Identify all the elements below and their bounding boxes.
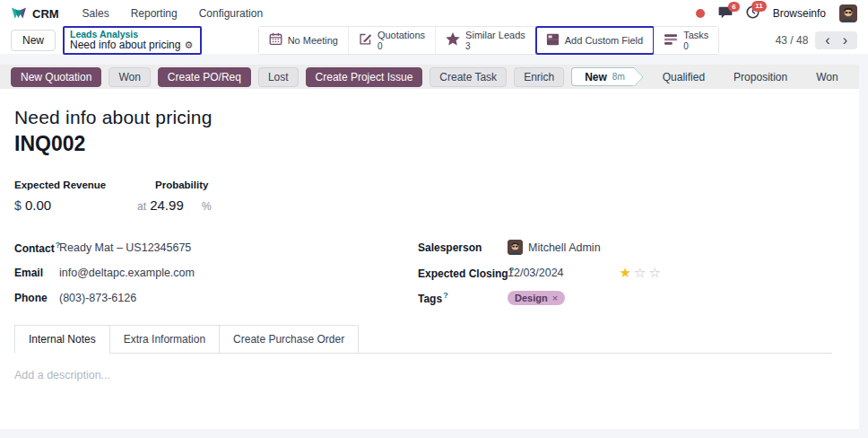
form-sheet: Need info about pricing INQ002 Expected … (0, 89, 859, 429)
create-po-req-button[interactable]: Create PO/Req (158, 67, 251, 87)
stage-proposition[interactable]: Proposition (719, 68, 802, 86)
menu-configuration[interactable]: Configuration (192, 4, 270, 23)
breadcrumb-parent-link[interactable]: Leads Analysis (70, 29, 193, 39)
contact-label: Contact? (14, 241, 59, 255)
email-label: Email (14, 267, 59, 279)
menu-reporting[interactable]: Reporting (124, 4, 185, 23)
field-grid: Contact? Ready Mat – US12345675 Email in… (14, 240, 845, 305)
star-empty-icon[interactable]: ☆ (634, 266, 646, 279)
create-task-button[interactable]: Create Task (430, 67, 507, 87)
new-quotation-button[interactable]: New Quotation (11, 67, 101, 87)
similar-leads-button[interactable]: Similar Leads 3 (436, 27, 536, 54)
stat-button-group: No Meeting Quotations 0 (258, 26, 720, 55)
new-button[interactable]: New (11, 30, 56, 51)
tags-field-row: Tags? Design × (418, 290, 845, 305)
phone-value[interactable]: (803)-873-6126 (59, 292, 136, 304)
tab-extra-information[interactable]: Extra Information (109, 325, 220, 354)
contact-value[interactable]: Ready Mat – US12345675 (59, 241, 191, 254)
description-input[interactable]: Add a description... (14, 369, 845, 381)
kpi-row: Expected Revenue $ 0.00 Probability at 2… (14, 180, 845, 213)
quotations-button[interactable]: Quotations 0 (349, 27, 436, 54)
stage-won[interactable]: Won (802, 68, 852, 86)
lead-title[interactable]: Need info about pricing (14, 107, 845, 128)
tab-internal-notes[interactable]: Internal Notes (14, 325, 110, 354)
tasks-list-icon (664, 33, 678, 48)
breadcrumb: Leads Analysis Need info about pricing ⚙ (63, 26, 202, 56)
star-filled-icon[interactable]: ★ (620, 266, 631, 279)
stage-new[interactable]: New 8m (571, 67, 634, 86)
add-custom-field-button[interactable]: Add Custom Field (536, 27, 654, 54)
app-name: CRM (32, 7, 59, 21)
help-icon: ? (443, 291, 448, 300)
activities-button[interactable]: 11 (746, 5, 760, 22)
email-value[interactable]: info@deltapc.example.com (59, 267, 195, 279)
salesperson-label: Salesperson (418, 241, 508, 254)
pager-next-button[interactable]: › (837, 32, 854, 48)
email-field-row: Email info@deltapc.example.com (14, 265, 418, 280)
activities-badge: 11 (751, 1, 766, 12)
pager: 43 / 48 ‹ › (776, 31, 857, 49)
star-empty-icon[interactable]: ☆ (648, 266, 660, 279)
probability-value[interactable]: at 24.99 % (137, 197, 212, 213)
phone-field-row: Phone (803)-873-6126 (14, 290, 418, 305)
lost-button[interactable]: Lost (258, 67, 299, 87)
breadcrumb-current: Need info about pricing ⚙ (70, 39, 193, 52)
enrich-button[interactable]: Enrich (514, 67, 564, 87)
salesperson-field-row: Salesperson Mitchel (418, 240, 845, 255)
star-icon (446, 32, 460, 48)
crm-logo-icon (11, 6, 27, 21)
control-panel: New Leads Analysis Need info about prici… (0, 27, 868, 54)
edit-icon (359, 32, 372, 48)
pager-previous-button[interactable]: ‹ (819, 32, 836, 48)
gear-icon[interactable]: ⚙ (184, 39, 193, 51)
page: CRM Sales Reporting Configuration 6 (0, 0, 868, 429)
pipeline-stages: New 8m Qualified Proposition Won (571, 67, 852, 86)
tags-label: Tags? (418, 291, 508, 305)
tag-remove-icon[interactable]: × (552, 293, 558, 303)
won-button[interactable]: Won (108, 67, 150, 87)
tab-create-purchase-order[interactable]: Create Purchase Order (219, 325, 359, 354)
create-project-issue-button[interactable]: Create Project Issue (306, 67, 423, 87)
messages-badge: 6 (728, 2, 739, 13)
pager-count: 43 / 48 (776, 34, 809, 47)
expected-closing-field-row: Expected Closing? 12/03/2024 ★ ☆ ☆ (418, 265, 845, 280)
tag-design[interactable]: Design × (508, 291, 565, 305)
notebook-tabs: Internal Notes Extra Information Create … (14, 325, 832, 354)
tasks-button[interactable]: Tasks 0 (654, 27, 718, 54)
user-avatar[interactable] (839, 4, 857, 22)
expected-closing-value[interactable]: 12/03/2024 (508, 267, 564, 279)
stage-qualified[interactable]: Qualified (648, 68, 719, 86)
no-meeting-button[interactable]: No Meeting (259, 27, 349, 54)
app-switcher[interactable]: CRM (11, 6, 59, 21)
priority-stars: ★ ☆ ☆ (620, 266, 661, 279)
board-icon (546, 33, 560, 48)
expected-revenue-label: Expected Revenue (14, 180, 137, 190)
top-nav-bar: CRM Sales Reporting Configuration 6 (0, 0, 868, 27)
status-dot (696, 9, 705, 18)
salesperson-avatar (508, 240, 523, 255)
salesperson-value[interactable]: Mitchell Admin (508, 240, 601, 255)
stage-duration-badge: 8m (612, 72, 625, 82)
menu-sales[interactable]: Sales (75, 4, 117, 23)
expected-revenue-value[interactable]: $ 0.00 (14, 197, 137, 213)
phone-label: Phone (14, 292, 59, 304)
user-name[interactable]: Browseinfo (773, 7, 826, 20)
expected-closing-label: Expected Closing? (418, 266, 508, 280)
probability-label: Probability (155, 180, 212, 190)
contact-field-row: Contact? Ready Mat – US12345675 (14, 240, 418, 255)
lead-reference[interactable]: INQ002 (14, 132, 845, 156)
calendar-icon (269, 32, 282, 48)
status-bar: New Quotation Won Create PO/Req Lost Cre… (0, 65, 859, 89)
messages-button[interactable]: 6 (718, 6, 733, 22)
